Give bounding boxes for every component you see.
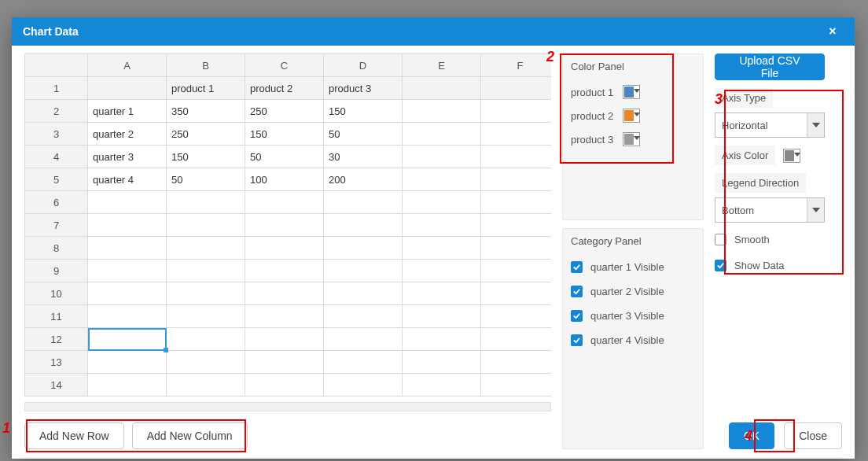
cell[interactable] — [167, 351, 245, 374]
close-icon[interactable]: × — [822, 20, 844, 42]
cell[interactable] — [88, 282, 167, 305]
row-header[interactable]: 5 — [25, 168, 88, 191]
cell[interactable]: 30 — [324, 146, 403, 168]
cell[interactable]: product 2 — [245, 77, 324, 100]
cell[interactable] — [167, 191, 245, 214]
cell[interactable] — [167, 214, 245, 237]
row-header[interactable]: 2 — [25, 100, 88, 123]
cell[interactable] — [88, 214, 167, 237]
row-header[interactable]: 11 — [25, 305, 88, 328]
cell[interactable] — [481, 168, 552, 191]
close-button[interactable]: Close — [784, 422, 842, 449]
cell[interactable] — [167, 237, 245, 260]
cell[interactable] — [245, 282, 324, 305]
cell[interactable] — [245, 374, 324, 396]
cell[interactable] — [403, 282, 481, 305]
cell[interactable] — [403, 374, 481, 396]
row-header[interactable]: 12 — [25, 328, 88, 351]
cell[interactable] — [324, 191, 403, 214]
cell[interactable] — [403, 146, 481, 168]
cell[interactable] — [88, 77, 167, 100]
cell[interactable] — [245, 351, 324, 374]
row-header[interactable]: 14 — [25, 374, 88, 396]
row-header[interactable]: 3 — [25, 123, 88, 146]
cell[interactable] — [403, 168, 481, 191]
cell[interactable]: 50 — [167, 168, 245, 191]
spreadsheet[interactable]: ABCDEF1product 1product 2product 32quart… — [24, 53, 551, 400]
cell[interactable] — [88, 328, 167, 351]
cell[interactable] — [481, 237, 552, 260]
cell[interactable]: quarter 4 — [88, 168, 167, 191]
row-header[interactable]: 6 — [25, 191, 88, 214]
cell[interactable] — [403, 214, 481, 237]
cell[interactable] — [245, 237, 324, 260]
column-header[interactable]: B — [167, 54, 245, 77]
cell[interactable] — [481, 374, 552, 396]
cell[interactable] — [167, 282, 245, 305]
cell[interactable] — [481, 260, 552, 282]
cell[interactable] — [167, 328, 245, 351]
cell[interactable] — [245, 260, 324, 282]
category-panel-item[interactable]: quarter 3 Visible — [571, 304, 695, 328]
cell[interactable] — [403, 328, 481, 351]
cell[interactable] — [88, 260, 167, 282]
category-panel-item[interactable]: quarter 1 Visible — [571, 255, 695, 279]
legend-direction-dropdown[interactable]: Bottom — [715, 197, 825, 223]
cell[interactable] — [481, 328, 552, 351]
color-picker[interactable] — [623, 109, 640, 123]
cell[interactable] — [88, 237, 167, 260]
row-header[interactable]: 4 — [25, 146, 88, 168]
cell[interactable] — [88, 305, 167, 328]
cell[interactable] — [403, 123, 481, 146]
cell[interactable] — [167, 260, 245, 282]
category-panel-item[interactable]: quarter 2 Visible — [571, 279, 695, 304]
column-header[interactable]: A — [88, 54, 167, 77]
cell[interactable]: 50 — [324, 123, 403, 146]
cell[interactable]: 150 — [324, 100, 403, 123]
data-grid[interactable]: ABCDEF1product 1product 2product 32quart… — [24, 53, 551, 396]
cell[interactable] — [88, 191, 167, 214]
cell[interactable] — [403, 237, 481, 260]
color-picker[interactable] — [623, 132, 640, 146]
cell[interactable] — [324, 260, 403, 282]
cell[interactable]: product 3 — [324, 77, 403, 100]
cell[interactable] — [245, 214, 324, 237]
cell[interactable]: 50 — [245, 146, 324, 168]
row-header[interactable]: 13 — [25, 351, 88, 374]
cell[interactable] — [403, 77, 481, 100]
cell[interactable]: 100 — [245, 168, 324, 191]
cell[interactable] — [245, 305, 324, 328]
cell[interactable]: 150 — [245, 123, 324, 146]
cell[interactable]: 250 — [245, 100, 324, 123]
row-header[interactable]: 8 — [25, 237, 88, 260]
horizontal-scrollbar[interactable] — [24, 402, 551, 411]
cell[interactable] — [481, 100, 552, 123]
cell[interactable] — [167, 374, 245, 396]
cell[interactable] — [324, 282, 403, 305]
cell[interactable] — [245, 191, 324, 214]
cell[interactable]: 150 — [167, 146, 245, 168]
cell[interactable] — [481, 214, 552, 237]
cell[interactable]: quarter 3 — [88, 146, 167, 168]
cell[interactable]: quarter 2 — [88, 123, 167, 146]
cell[interactable] — [481, 351, 552, 374]
cell[interactable] — [88, 374, 167, 396]
color-picker[interactable] — [623, 85, 640, 99]
axis-color-picker[interactable] — [783, 149, 800, 163]
cell[interactable] — [403, 191, 481, 214]
category-panel-item[interactable]: quarter 4 Visible — [571, 328, 695, 352]
row-header[interactable]: 1 — [25, 77, 88, 100]
cell[interactable] — [481, 77, 552, 100]
column-header[interactable]: E — [403, 54, 481, 77]
smooth-checkbox-row[interactable]: Smooth — [715, 230, 842, 249]
cell[interactable] — [403, 351, 481, 374]
cell[interactable] — [481, 123, 552, 146]
cell[interactable] — [324, 374, 403, 396]
column-header[interactable]: C — [245, 54, 324, 77]
cell[interactable]: 350 — [167, 100, 245, 123]
cell[interactable] — [324, 237, 403, 260]
cell[interactable] — [324, 328, 403, 351]
cell[interactable]: quarter 1 — [88, 100, 167, 123]
cell[interactable] — [481, 146, 552, 168]
cell[interactable] — [324, 351, 403, 374]
